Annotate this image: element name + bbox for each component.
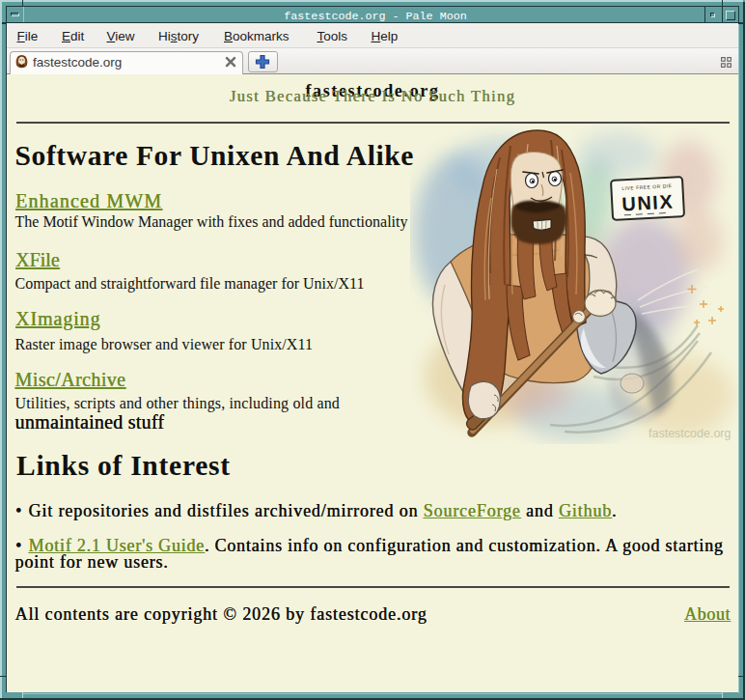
svg-text:UNIX: UNIX: [621, 191, 675, 215]
svg-text:fastestcode.org: fastestcode.org: [648, 427, 731, 440]
